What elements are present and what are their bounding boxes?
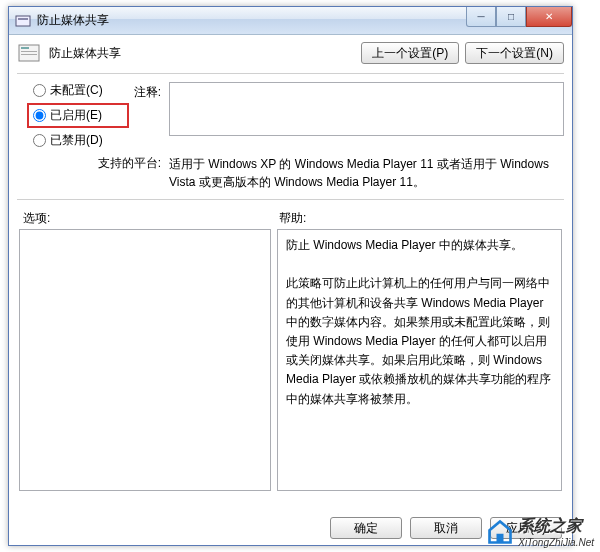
nav-buttons: 上一个设置(P) 下一个设置(N) <box>361 42 564 64</box>
radio-enabled-label: 已启用(E) <box>50 107 102 124</box>
close-button[interactable]: ✕ <box>526 7 572 27</box>
state-radio-group: 未配置(C) 已启用(E) 已禁用(D) <box>25 82 123 149</box>
window-controls: ─ □ ✕ <box>466 7 572 27</box>
policy-title: 防止媒体共享 <box>49 45 361 62</box>
cancel-button[interactable]: 取消 <box>410 517 482 539</box>
help-text: 防止 Windows Media Player 中的媒体共享。 此策略可防止此计… <box>286 238 551 406</box>
footer-buttons: 确定 取消 应用(A) <box>330 517 562 539</box>
platform-text: 适用于 Windows XP 的 Windows Media Player 11… <box>169 155 564 191</box>
help-label: 帮助: <box>273 210 306 227</box>
app-icon <box>15 13 31 29</box>
svg-rect-4 <box>21 51 37 52</box>
help-pane: 防止 Windows Media Player 中的媒体共享。 此策略可防止此计… <box>277 229 562 491</box>
apply-button[interactable]: 应用(A) <box>490 517 562 539</box>
options-pane[interactable] <box>19 229 271 491</box>
radio-not-configured-input[interactable] <box>33 84 46 97</box>
radio-disabled-label: 已禁用(D) <box>50 132 103 149</box>
dialog-content: 防止媒体共享 上一个设置(P) 下一个设置(N) 未配置(C) 已启用(E) <box>9 35 572 491</box>
ok-button[interactable]: 确定 <box>330 517 402 539</box>
maximize-button[interactable]: □ <box>496 7 526 27</box>
divider <box>17 73 564 74</box>
config-row: 未配置(C) 已启用(E) 已禁用(D) 注释: <box>17 82 564 149</box>
policy-icon <box>17 41 41 65</box>
platform-label-col: 支持的平台: <box>17 155 169 191</box>
platform-label: 支持的平台: <box>98 156 161 170</box>
radio-enabled[interactable]: 已启用(E) <box>33 107 123 124</box>
svg-rect-0 <box>16 16 30 26</box>
titlebar: 防止媒体共享 ─ □ ✕ <box>9 7 572 35</box>
radio-column: 未配置(C) 已启用(E) 已禁用(D) <box>17 82 123 149</box>
minimize-button[interactable]: ─ <box>466 7 496 27</box>
panes: 防止 Windows Media Player 中的媒体共享。 此策略可防止此计… <box>17 229 564 491</box>
options-label: 选项: <box>17 210 273 227</box>
svg-rect-5 <box>21 54 37 55</box>
comment-block: 注释: <box>123 82 564 149</box>
highlight-box: 已启用(E) <box>27 103 129 128</box>
radio-disabled-input[interactable] <box>33 134 46 147</box>
radio-disabled[interactable]: 已禁用(D) <box>33 132 123 149</box>
divider-2 <box>17 199 564 200</box>
dialog-window: 防止媒体共享 ─ □ ✕ 防止媒体共享 上一个设置(P) 下一个设置(N) 未配… <box>8 6 573 546</box>
comment-textarea[interactable] <box>169 82 564 136</box>
radio-not-configured[interactable]: 未配置(C) <box>33 82 123 99</box>
platform-row: 支持的平台: 适用于 Windows XP 的 Windows Media Pl… <box>17 155 564 191</box>
svg-rect-3 <box>21 47 29 49</box>
comment-label: 注释: <box>123 82 169 149</box>
prev-setting-button[interactable]: 上一个设置(P) <box>361 42 459 64</box>
header-row: 防止媒体共享 上一个设置(P) 下一个设置(N) <box>17 41 564 65</box>
radio-enabled-input[interactable] <box>33 109 46 122</box>
radio-not-configured-label: 未配置(C) <box>50 82 103 99</box>
next-setting-button[interactable]: 下一个设置(N) <box>465 42 564 64</box>
svg-rect-1 <box>18 18 28 20</box>
section-labels: 选项: 帮助: <box>17 210 564 227</box>
